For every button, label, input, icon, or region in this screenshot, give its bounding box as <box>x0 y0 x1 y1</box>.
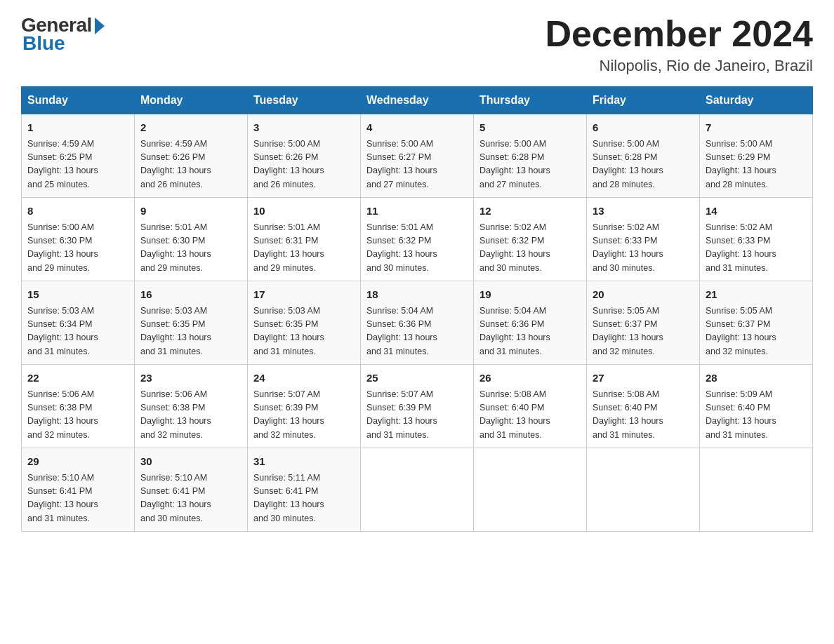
calendar-cell: 19Sunrise: 5:04 AMSunset: 6:36 PMDayligh… <box>474 281 587 365</box>
calendar-cell <box>700 448 813 532</box>
day-info: Sunrise: 5:02 AMSunset: 6:33 PMDaylight:… <box>593 221 694 276</box>
calendar-cell: 6Sunrise: 5:00 AMSunset: 6:28 PMDaylight… <box>587 114 700 198</box>
header-wednesday: Wednesday <box>361 87 474 114</box>
calendar-cell: 13Sunrise: 5:02 AMSunset: 6:33 PMDayligh… <box>587 198 700 281</box>
calendar-cell: 18Sunrise: 5:04 AMSunset: 6:36 PMDayligh… <box>361 281 474 365</box>
header-thursday: Thursday <box>474 87 587 114</box>
header-tuesday: Tuesday <box>248 87 361 114</box>
day-info: Sunrise: 5:08 AMSunset: 6:40 PMDaylight:… <box>593 388 694 443</box>
day-number: 5 <box>479 120 581 136</box>
calendar-cell: 12Sunrise: 5:02 AMSunset: 6:32 PMDayligh… <box>474 198 587 281</box>
calendar-cell: 20Sunrise: 5:05 AMSunset: 6:37 PMDayligh… <box>587 281 700 365</box>
calendar-header-row: Sunday Monday Tuesday Wednesday Thursday… <box>22 87 813 114</box>
calendar-week-row-5: 29Sunrise: 5:10 AMSunset: 6:41 PMDayligh… <box>22 448 813 532</box>
calendar-cell: 10Sunrise: 5:01 AMSunset: 6:31 PMDayligh… <box>248 198 361 281</box>
calendar-cell: 9Sunrise: 5:01 AMSunset: 6:30 PMDaylight… <box>135 198 248 281</box>
day-info: Sunrise: 5:09 AMSunset: 6:40 PMDaylight:… <box>706 388 807 443</box>
calendar-cell: 16Sunrise: 5:03 AMSunset: 6:35 PMDayligh… <box>135 281 248 365</box>
calendar-cell: 28Sunrise: 5:09 AMSunset: 6:40 PMDayligh… <box>700 365 813 448</box>
day-info: Sunrise: 5:02 AMSunset: 6:32 PMDaylight:… <box>479 221 581 276</box>
day-number: 13 <box>593 203 694 220</box>
calendar-cell: 11Sunrise: 5:01 AMSunset: 6:32 PMDayligh… <box>361 198 474 281</box>
logo: General Blue <box>21 14 105 55</box>
month-title: December 2024 <box>545 14 813 54</box>
day-info: Sunrise: 5:04 AMSunset: 6:36 PMDaylight:… <box>366 304 468 359</box>
day-info: Sunrise: 5:00 AMSunset: 6:30 PMDaylight:… <box>27 221 128 276</box>
page-header: General Blue December 2024 Nilopolis, Ri… <box>21 14 813 75</box>
day-info: Sunrise: 5:01 AMSunset: 6:32 PMDaylight:… <box>366 221 468 276</box>
day-number: 2 <box>140 120 241 136</box>
day-number: 19 <box>479 287 581 303</box>
day-info: Sunrise: 5:01 AMSunset: 6:30 PMDaylight:… <box>140 221 241 276</box>
day-number: 18 <box>366 287 468 303</box>
day-number: 1 <box>27 120 128 136</box>
day-info: Sunrise: 5:10 AMSunset: 6:41 PMDaylight:… <box>27 471 128 526</box>
calendar-cell: 23Sunrise: 5:06 AMSunset: 6:38 PMDayligh… <box>135 365 248 448</box>
calendar-cell: 17Sunrise: 5:03 AMSunset: 6:35 PMDayligh… <box>248 281 361 365</box>
day-number: 27 <box>593 370 694 387</box>
calendar-cell: 15Sunrise: 5:03 AMSunset: 6:34 PMDayligh… <box>22 281 135 365</box>
day-number: 20 <box>593 287 694 303</box>
day-info: Sunrise: 5:06 AMSunset: 6:38 PMDaylight:… <box>27 388 128 443</box>
day-info: Sunrise: 5:11 AMSunset: 6:41 PMDaylight:… <box>253 471 355 526</box>
day-number: 24 <box>253 370 355 387</box>
day-number: 21 <box>706 287 807 303</box>
calendar-week-row-4: 22Sunrise: 5:06 AMSunset: 6:38 PMDayligh… <box>22 365 813 448</box>
day-number: 9 <box>140 203 241 220</box>
calendar-cell: 4Sunrise: 5:00 AMSunset: 6:27 PMDaylight… <box>361 114 474 198</box>
calendar-cell: 30Sunrise: 5:10 AMSunset: 6:41 PMDayligh… <box>135 448 248 532</box>
day-number: 6 <box>593 120 694 136</box>
logo-arrow-icon <box>95 18 105 34</box>
day-info: Sunrise: 5:00 AMSunset: 6:29 PMDaylight:… <box>706 137 807 192</box>
day-info: Sunrise: 5:01 AMSunset: 6:31 PMDaylight:… <box>253 221 355 276</box>
day-info: Sunrise: 5:10 AMSunset: 6:41 PMDaylight:… <box>140 471 241 526</box>
calendar-cell: 31Sunrise: 5:11 AMSunset: 6:41 PMDayligh… <box>248 448 361 532</box>
calendar-week-row-1: 1Sunrise: 4:59 AMSunset: 6:25 PMDaylight… <box>22 114 813 198</box>
calendar-cell: 5Sunrise: 5:00 AMSunset: 6:28 PMDaylight… <box>474 114 587 198</box>
calendar-cell <box>474 448 587 532</box>
day-info: Sunrise: 5:08 AMSunset: 6:40 PMDaylight:… <box>479 388 581 443</box>
logo-blue-text: Blue <box>22 32 65 55</box>
location-text: Nilopolis, Rio de Janeiro, Brazil <box>545 57 813 75</box>
day-number: 11 <box>366 203 468 220</box>
day-info: Sunrise: 5:03 AMSunset: 6:35 PMDaylight:… <box>253 304 355 359</box>
day-number: 12 <box>479 203 581 220</box>
day-number: 4 <box>366 120 468 136</box>
day-info: Sunrise: 5:03 AMSunset: 6:35 PMDaylight:… <box>140 304 241 359</box>
day-info: Sunrise: 5:07 AMSunset: 6:39 PMDaylight:… <box>253 388 355 443</box>
day-info: Sunrise: 5:00 AMSunset: 6:26 PMDaylight:… <box>253 137 355 192</box>
calendar-cell <box>361 448 474 532</box>
day-info: Sunrise: 5:00 AMSunset: 6:27 PMDaylight:… <box>366 137 468 192</box>
day-number: 8 <box>27 203 128 220</box>
day-number: 22 <box>27 370 128 387</box>
calendar-table: Sunday Monday Tuesday Wednesday Thursday… <box>21 86 813 532</box>
calendar-cell <box>587 448 700 532</box>
day-number: 3 <box>253 120 355 136</box>
calendar-cell: 22Sunrise: 5:06 AMSunset: 6:38 PMDayligh… <box>22 365 135 448</box>
header-saturday: Saturday <box>700 87 813 114</box>
calendar-cell: 29Sunrise: 5:10 AMSunset: 6:41 PMDayligh… <box>22 448 135 532</box>
day-info: Sunrise: 5:02 AMSunset: 6:33 PMDaylight:… <box>706 221 807 276</box>
day-number: 15 <box>27 287 128 303</box>
day-info: Sunrise: 5:06 AMSunset: 6:38 PMDaylight:… <box>140 388 241 443</box>
calendar-cell: 2Sunrise: 4:59 AMSunset: 6:26 PMDaylight… <box>135 114 248 198</box>
day-number: 23 <box>140 370 241 387</box>
day-info: Sunrise: 5:07 AMSunset: 6:39 PMDaylight:… <box>366 388 468 443</box>
calendar-cell: 25Sunrise: 5:07 AMSunset: 6:39 PMDayligh… <box>361 365 474 448</box>
calendar-cell: 27Sunrise: 5:08 AMSunset: 6:40 PMDayligh… <box>587 365 700 448</box>
header-friday: Friday <box>587 87 700 114</box>
day-number: 17 <box>253 287 355 303</box>
day-info: Sunrise: 5:00 AMSunset: 6:28 PMDaylight:… <box>479 137 581 192</box>
day-number: 10 <box>253 203 355 220</box>
day-number: 30 <box>140 454 241 470</box>
day-number: 7 <box>706 120 807 136</box>
day-info: Sunrise: 5:05 AMSunset: 6:37 PMDaylight:… <box>706 304 807 359</box>
calendar-cell: 8Sunrise: 5:00 AMSunset: 6:30 PMDaylight… <box>22 198 135 281</box>
calendar-cell: 26Sunrise: 5:08 AMSunset: 6:40 PMDayligh… <box>474 365 587 448</box>
calendar-week-row-2: 8Sunrise: 5:00 AMSunset: 6:30 PMDaylight… <box>22 198 813 281</box>
calendar-cell: 24Sunrise: 5:07 AMSunset: 6:39 PMDayligh… <box>248 365 361 448</box>
day-number: 29 <box>27 454 128 470</box>
header-monday: Monday <box>135 87 248 114</box>
calendar-cell: 7Sunrise: 5:00 AMSunset: 6:29 PMDaylight… <box>700 114 813 198</box>
day-info: Sunrise: 4:59 AMSunset: 6:25 PMDaylight:… <box>27 137 128 192</box>
